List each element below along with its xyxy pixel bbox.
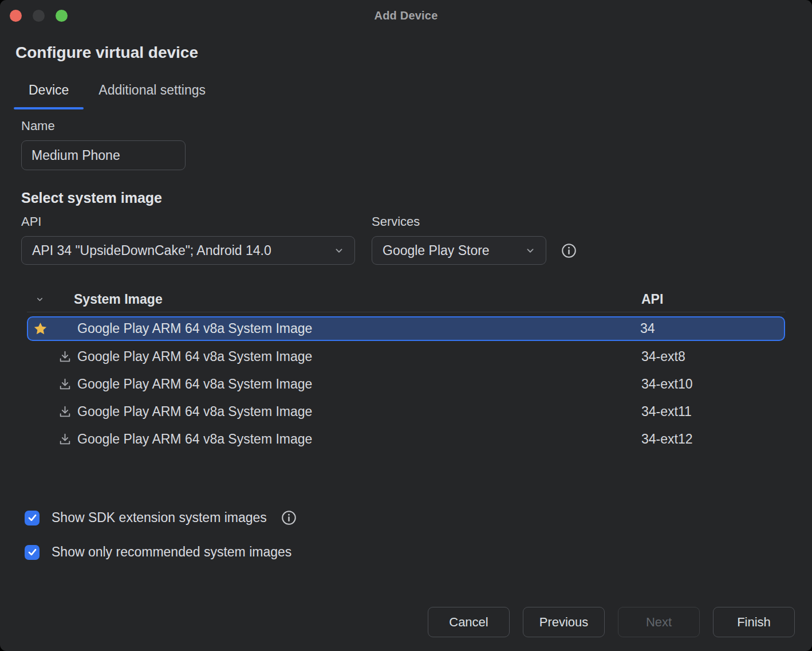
api-dropdown-value: API 34 "UpsideDownCake"; Android 14.0: [32, 243, 271, 258]
device-name-input[interactable]: [21, 140, 186, 170]
dialog-footer: Cancel Previous Next Finish: [428, 607, 795, 637]
sort-chevron-down-icon[interactable]: [27, 295, 52, 304]
api-label: API: [21, 214, 355, 229]
download-icon[interactable]: [52, 350, 77, 364]
show-recommended-label: Show only recommended system images: [52, 544, 291, 560]
row-api: 34-ext12: [641, 432, 785, 447]
check-icon: [27, 547, 38, 558]
table-row[interactable]: Google Play ARM 64 v8a System Image 34-e…: [27, 425, 785, 453]
show-recommended-checkbox[interactable]: [25, 545, 40, 560]
section-title: Select system image: [21, 190, 812, 206]
next-button[interactable]: Next: [618, 607, 700, 637]
services-dropdown[interactable]: Google Play Store: [372, 236, 546, 265]
previous-button[interactable]: Previous: [523, 607, 605, 637]
api-dropdown[interactable]: API 34 "UpsideDownCake"; Android 14.0: [21, 236, 355, 265]
row-name: Google Play ARM 64 v8a System Image: [77, 321, 640, 336]
column-header-system-image[interactable]: System Image: [74, 292, 641, 307]
row-api: 34-ext8: [641, 349, 785, 364]
row-api: 34-ext11: [641, 404, 785, 419]
system-image-table: System Image API Google Play ARM 64 v8a …: [27, 287, 785, 453]
cancel-button[interactable]: Cancel: [428, 607, 510, 637]
download-icon[interactable]: [52, 377, 77, 391]
row-api: 34-ext10: [641, 377, 785, 392]
show-sdk-extension-label: Show SDK extension system images: [52, 510, 267, 525]
finish-button[interactable]: Finish: [713, 607, 795, 637]
tab-device[interactable]: Device: [14, 77, 84, 109]
show-sdk-extension-checkbox[interactable]: [25, 511, 40, 525]
download-icon[interactable]: [52, 405, 77, 419]
name-label: Name: [21, 119, 812, 134]
add-device-dialog: Add Device Configure virtual device Devi…: [0, 0, 812, 651]
tab-additional-settings[interactable]: Additional settings: [84, 77, 220, 109]
table-row[interactable]: Google Play ARM 64 v8a System Image 34-e…: [27, 398, 785, 425]
download-icon[interactable]: [52, 432, 77, 446]
row-name: Google Play ARM 64 v8a System Image: [77, 377, 641, 392]
page-title: Configure virtual device: [15, 44, 812, 62]
chevron-down-icon: [524, 244, 537, 257]
services-info-icon[interactable]: [561, 236, 577, 265]
star-icon: [28, 321, 52, 336]
services-label: Services: [372, 214, 546, 229]
table-row[interactable]: Google Play ARM 64 v8a System Image 34-e…: [27, 343, 785, 370]
check-icon: [27, 512, 38, 523]
row-api: 34: [640, 321, 784, 336]
row-name: Google Play ARM 64 v8a System Image: [77, 404, 641, 419]
table-row[interactable]: Google Play ARM 64 v8a System Image 34: [27, 316, 785, 341]
title-bar: Add Device: [0, 0, 812, 31]
table-row[interactable]: Google Play ARM 64 v8a System Image 34-e…: [27, 370, 785, 398]
row-name: Google Play ARM 64 v8a System Image: [77, 432, 641, 447]
chevron-down-icon: [333, 244, 345, 257]
table-header: System Image API: [27, 287, 785, 312]
window-title: Add Device: [0, 0, 812, 31]
sdk-extension-info-icon[interactable]: [281, 510, 297, 525]
column-header-api[interactable]: API: [641, 292, 785, 307]
row-name: Google Play ARM 64 v8a System Image: [77, 349, 641, 364]
tab-bar: Device Additional settings: [14, 77, 812, 109]
services-dropdown-value: Google Play Store: [383, 243, 490, 258]
